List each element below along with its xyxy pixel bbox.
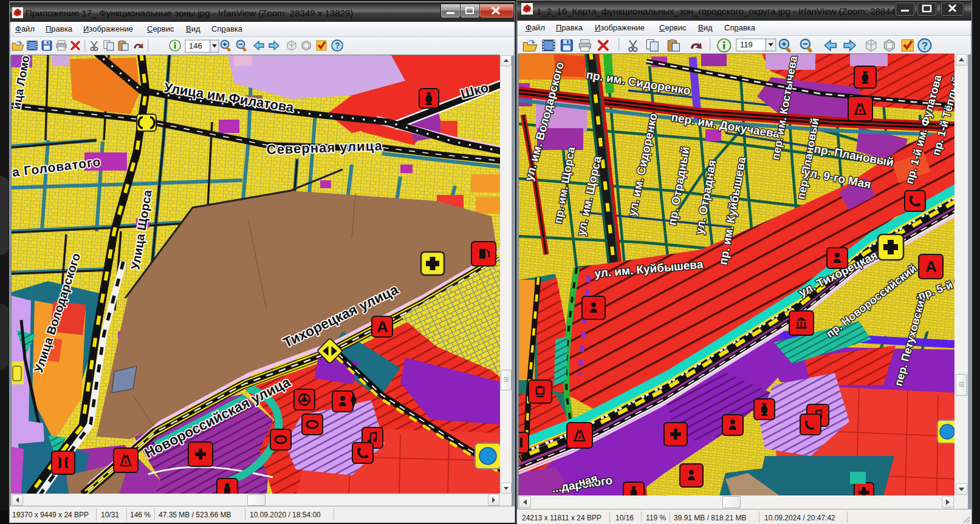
svg-text:А: А xyxy=(925,257,937,276)
svg-text:146: 146 xyxy=(189,41,202,50)
svg-text:?: ? xyxy=(335,41,340,50)
svg-text:?: ? xyxy=(922,40,928,52)
svg-text:А: А xyxy=(377,318,388,336)
svg-text:119: 119 xyxy=(740,40,753,49)
